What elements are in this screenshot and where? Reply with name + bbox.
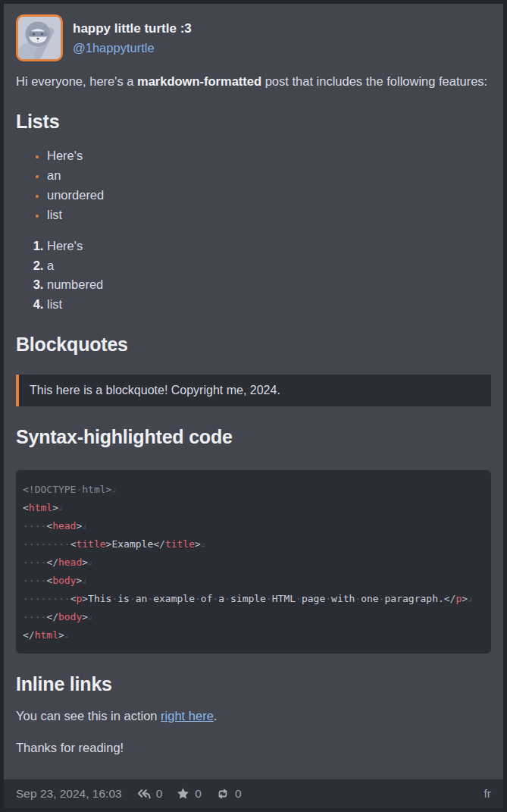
code-line: ····</body>↲: [23, 608, 484, 626]
code-line: ········<title>Example</title>↲: [23, 535, 484, 553]
heading-blockquotes: Blockquotes: [16, 332, 491, 356]
intro-text-tail: post that includes the following feature…: [261, 74, 487, 88]
star-icon: [177, 788, 189, 800]
list-item: Here's: [47, 237, 491, 256]
heading-code: Syntax-highlighted code: [16, 425, 491, 449]
list-item: numbered: [47, 275, 491, 295]
reply-icon: [136, 788, 151, 800]
post-card: happy little turtle :3 @1happyturtle Hi …: [4, 4, 503, 808]
right-here-link[interactable]: right here: [161, 709, 214, 723]
list-item: list: [47, 205, 491, 224]
display-name: happy little turtle :3: [73, 19, 192, 39]
post-content: Hi everyone, here's a markdown-formatted…: [4, 61, 503, 757]
code-line: <html>↲: [23, 499, 484, 517]
link-paragraph-tail: .: [214, 709, 218, 723]
boost-count: 0: [235, 787, 242, 801]
code-line: ····<head>↲: [23, 517, 484, 535]
avatar[interactable]: [16, 14, 63, 61]
blockquote: This here is a blockquote! Copyright me,…: [16, 375, 491, 406]
intro-paragraph: Hi everyone, here's a markdown-formatted…: [16, 71, 491, 91]
reply-count: 0: [156, 787, 163, 801]
heading-lists: Lists: [16, 109, 491, 133]
list-item: an: [47, 165, 491, 185]
post-footer: Sep 23, 2024, 16:03 0 0: [4, 779, 503, 808]
language-tag: fr: [484, 787, 491, 801]
favourite-count: 0: [195, 787, 202, 801]
list-item: a: [47, 256, 491, 276]
code-line: <!DOCTYPE·html>↲: [23, 481, 484, 499]
code-line: ····<body>↲: [23, 572, 484, 590]
favourite-stat[interactable]: 0: [177, 787, 202, 801]
link-paragraph: You can see this in action right here.: [16, 706, 491, 726]
outro-paragraph: Thanks for reading!: [16, 738, 491, 757]
code-line: ····</head>↲: [23, 553, 484, 572]
ordered-list: Here'sanumberedlist: [16, 237, 491, 314]
link-paragraph-text: You can see this in action: [16, 709, 161, 723]
code-line: </html>↲: [23, 626, 484, 644]
boost-stat[interactable]: 0: [216, 787, 242, 801]
list-item: list: [47, 295, 491, 315]
sloth-avatar-icon: [18, 17, 61, 59]
timestamp: Sep 23, 2024, 16:03: [16, 787, 122, 801]
unordered-list: Here'sanunorderedlist: [16, 146, 491, 224]
author-names: happy little turtle :3 @1happyturtle: [73, 14, 192, 58]
boost-icon: [216, 788, 230, 800]
post-header: happy little turtle :3 @1happyturtle: [4, 4, 503, 61]
heading-inline-links: Inline links: [16, 672, 491, 696]
intro-bold-text: markdown-formatted: [137, 74, 261, 88]
code-line: ········<p>This·is·an·example·of·a·simpl…: [23, 590, 484, 608]
reply-stat[interactable]: 0: [136, 787, 163, 801]
code-block: <!DOCTYPE·html>↲<html>↲····<head>↲······…: [16, 470, 491, 654]
list-item: Here's: [47, 146, 491, 165]
intro-text: Hi everyone, here's a: [16, 74, 137, 88]
list-item: unordered: [47, 185, 491, 205]
user-handle[interactable]: @1happyturtle: [73, 39, 192, 58]
